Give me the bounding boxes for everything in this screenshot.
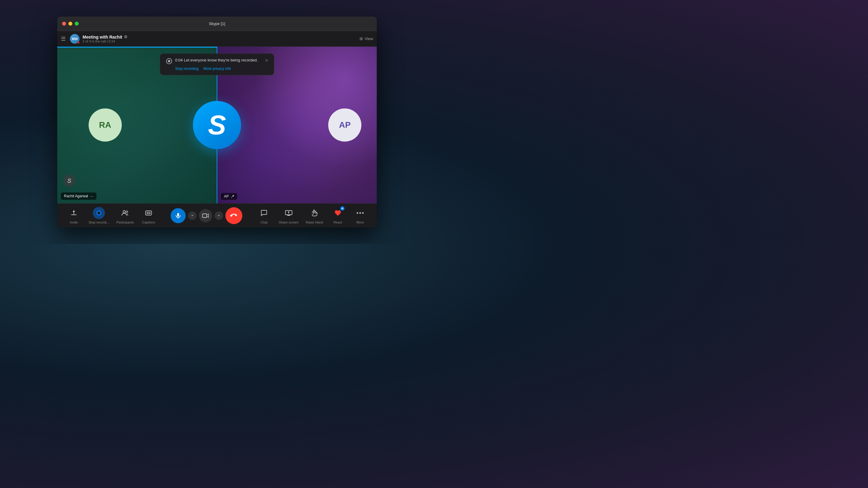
close-button[interactable] — [62, 22, 66, 26]
chat-icon — [258, 207, 270, 219]
svg-point-4 — [126, 211, 128, 213]
svg-marker-17 — [288, 211, 290, 214]
view-icon: ⊞ — [360, 36, 363, 41]
captions-button[interactable]: Captions — [141, 207, 156, 224]
meeting-name: Meeting with Rachit ⚙ — [83, 35, 127, 39]
raise-hand-label: Raise Hand — [306, 221, 323, 224]
svg-point-20 — [356, 213, 358, 214]
record-dot — [168, 60, 170, 62]
minimize-button[interactable] — [68, 22, 72, 26]
react-label: React — [334, 221, 342, 224]
ap-avatar: AP — [328, 108, 361, 141]
toolbar-center — [170, 207, 242, 224]
more-label: More — [356, 221, 364, 224]
chat-button[interactable]: Chat — [256, 207, 272, 224]
svg-rect-12 — [203, 214, 207, 218]
raise-hand-button[interactable]: Raise Hand — [306, 207, 323, 224]
toolbar-right: Chat Share screen — [256, 207, 368, 224]
participants-button[interactable]: Participants — [116, 207, 133, 224]
svg-point-3 — [123, 210, 125, 213]
more-button[interactable]: More — [352, 207, 368, 224]
recording-dot — [77, 41, 80, 44]
react-icon — [332, 207, 344, 219]
captions-label: Captions — [142, 221, 155, 224]
more-privacy-link[interactable]: More privacy info — [204, 67, 231, 71]
notification-text: 0:04 Let everyone know they're being rec… — [175, 58, 262, 62]
share-screen-label: Share screen — [279, 221, 299, 224]
mic-expand-button[interactable] — [188, 212, 196, 220]
svg-marker-2 — [73, 210, 75, 212]
avatar: MW — [70, 34, 80, 44]
skype-window: Skype [1] ☰ MW Meeting with Rachit ⚙ 2 o… — [57, 17, 377, 227]
svg-marker-13 — [218, 215, 220, 216]
active-border — [57, 47, 217, 47]
menu-icon[interactable]: ☰ — [60, 34, 67, 43]
end-call-button[interactable] — [222, 204, 246, 227]
maximize-button[interactable] — [75, 22, 79, 26]
react-badge — [340, 206, 345, 211]
meeting-info: Meeting with Rachit ⚙ 2 of 4 in the call… — [83, 35, 127, 43]
stop-recording-label: Stop recordi... — [89, 221, 109, 224]
svg-point-21 — [359, 213, 361, 214]
participants-icon — [119, 207, 131, 219]
left-name-tag: Rachit Agarwal ··· — [61, 193, 96, 200]
chat-label: Chat — [260, 221, 267, 224]
more-icon — [354, 207, 366, 219]
share-screen-button[interactable]: Share screen — [279, 207, 299, 224]
right-name-tag: AP 🎤 — [221, 193, 237, 200]
toolbar: Invite Stop recordi... — [57, 203, 377, 227]
notification-links: Stop recording More privacy info — [166, 67, 268, 71]
headerbar-left: ☰ MW Meeting with Rachit ⚙ 2 of 4 in the… — [60, 34, 127, 44]
svg-point-22 — [362, 213, 364, 214]
settings-icon[interactable]: ⚙ — [124, 35, 127, 39]
toolbar-left: Invite Stop recordi... — [66, 207, 156, 224]
skype-logo-large: S — [193, 101, 241, 149]
mic-button[interactable] — [170, 208, 186, 223]
more-options-icon[interactable]: ··· — [90, 194, 93, 198]
react-button[interactable]: React — [330, 207, 345, 224]
view-button[interactable]: ⊞ View — [360, 36, 373, 41]
window-title: Skype [1] — [209, 22, 225, 26]
traffic-lights — [62, 22, 79, 26]
share-screen-icon — [283, 207, 295, 219]
invite-label: Invite — [70, 221, 78, 224]
stop-recording-button[interactable]: Stop recordi... — [89, 207, 109, 224]
svg-rect-0 — [71, 215, 76, 215]
headerbar: ☰ MW Meeting with Rachit ⚙ 2 of 4 in the… — [57, 31, 377, 47]
titlebar: Skype [1] — [57, 17, 377, 31]
notification-top: 0:04 Let everyone know they're being rec… — [166, 58, 268, 64]
svg-rect-9 — [177, 213, 179, 217]
svg-rect-5 — [146, 211, 152, 215]
stop-recording-icon — [93, 207, 105, 219]
captions-icon — [143, 207, 155, 219]
svg-marker-11 — [191, 215, 193, 216]
camera-expand-button[interactable] — [215, 212, 223, 220]
record-indicator — [166, 58, 172, 64]
raise-hand-icon — [308, 207, 320, 219]
skype-watermark: S — [63, 175, 75, 187]
camera-button[interactable] — [199, 209, 212, 222]
stop-recording-link[interactable]: Stop recording — [175, 67, 198, 71]
ra-avatar: RA — [89, 108, 122, 141]
notification-popup: 0:04 Let everyone know they're being rec… — [160, 53, 274, 75]
meeting-subtitle: 2 of 4 in the call | 0:14 — [83, 39, 127, 43]
invite-icon — [68, 207, 80, 219]
muted-icon: 🎤 — [230, 195, 234, 198]
video-area: RA S Rachit Agarwal ··· AP AP 🎤 — [57, 47, 377, 203]
notification-close-button[interactable]: × — [265, 58, 268, 63]
participants-label: Participants — [116, 221, 133, 224]
invite-button[interactable]: Invite — [66, 207, 82, 224]
view-label: View — [365, 36, 373, 41]
